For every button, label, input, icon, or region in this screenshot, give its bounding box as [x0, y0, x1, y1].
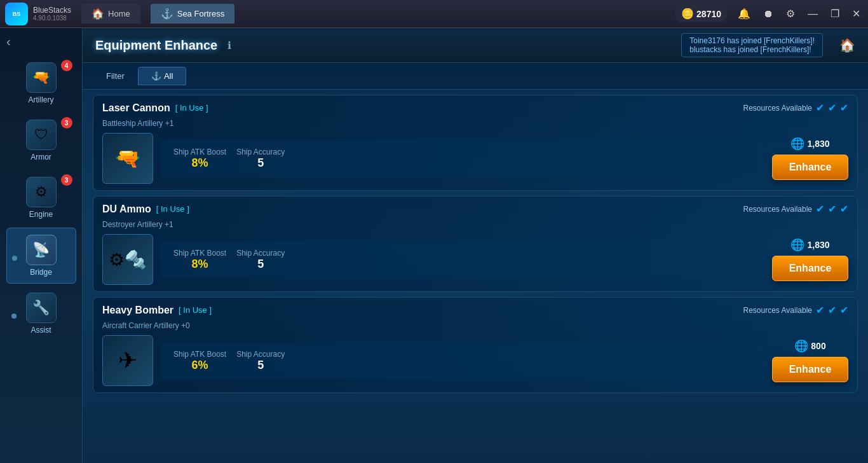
bridge-dot [12, 256, 17, 261]
heavy-bomber-subname: Aircraft Carrier Artillery +0 [102, 321, 848, 330]
engine-label: Engine [29, 210, 53, 219]
heavy-bomber-body: ✈ Ship ATK Boost 6% Ship Accuracy 5 [102, 335, 848, 386]
laser-cannon-stats: Ship ATK Boost 8% Ship Accuracy 5 [161, 140, 764, 177]
content-header: Equipment Enhance ℹ Toine3176 has joined… [83, 28, 868, 63]
title-bar: BS BlueStacks 4.90.0.1038 🏠 Home ⚓ Sea F… [0, 0, 868, 28]
laser-cannon-atk-value: 8% [192, 156, 208, 170]
heavy-bomber-atk-value: 6% [192, 359, 208, 372]
sidebar-item-artillery[interactable]: 🔫 Artillery 4 [6, 56, 76, 111]
info-icon[interactable]: ℹ [227, 39, 231, 52]
assist-dot [11, 314, 17, 319]
laser-cannon-stat-acc: Ship Accuracy 5 [236, 148, 285, 170]
all-tab-label: All [164, 71, 173, 81]
laser-cannon-cost-area: 🌐 1,830 Enhance [772, 137, 848, 180]
laser-cannon-cost: 🌐 1,830 [790, 137, 829, 151]
assist-label: Assist [31, 326, 51, 335]
heavy-bomber-stat-atk: Ship ATK Boost 6% [173, 350, 226, 372]
back-button[interactable]: ‹ [6, 34, 11, 49]
engine-badge: 3 [61, 174, 72, 186]
laser-cannon-enhance-btn[interactable]: Enhance [772, 155, 848, 180]
heavy-bomber-stats: Ship ATK Boost 6% Ship Accuracy 5 [161, 342, 764, 380]
heavy-bomber-resources: Resources Available ✔ ✔ ✔ [743, 304, 848, 316]
laser-cannon-name: Laser Cannon [102, 102, 170, 114]
equipment-list: Laser Cannon [ In Use ] Resources Availa… [83, 90, 868, 463]
minimize-btn[interactable]: — [805, 6, 820, 22]
heavy-bomber-name: Heavy Bomber [102, 305, 173, 316]
title-bar-right: 🪙 28710 🔔 ⏺ ⚙ — ❐ ✕ [675, 5, 863, 22]
heavy-bomber-atk-label: Ship ATK Boost [173, 350, 226, 359]
record-btn[interactable]: ⏺ [761, 6, 776, 22]
laser-cannon-body: 🔫 Ship ATK Boost 8% Ship Accuracy 5 [102, 133, 848, 184]
check3-1: ✔ [816, 304, 824, 316]
filter-tab-filter[interactable]: Filter [93, 67, 138, 85]
du-ammo-stats: Ship ATK Boost 8% Ship Accuracy 5 [161, 241, 764, 279]
du-ammo-stat-atk: Ship ATK Boost 8% [173, 249, 226, 271]
app-name-group: BlueStacks 4.90.0.1038 [33, 6, 71, 22]
all-icon: ⚓ [151, 71, 161, 81]
app-name: BlueStacks [33, 6, 71, 15]
du-ammo-header: DU Ammo [ In Use ] Resources Available ✔… [102, 203, 848, 215]
du-ammo-resources: Resources Available ✔ ✔ ✔ [743, 203, 848, 215]
du-ammo-cost-value: 1,830 [807, 240, 829, 250]
laser-cannon-in-use: [ In Use ] [175, 103, 208, 113]
heavy-bomber-image: ✈ [102, 335, 153, 386]
laser-cannon-image: 🔫 [102, 133, 153, 184]
check1-2: ✔ [828, 102, 836, 114]
title-bar-left: BS BlueStacks 4.90.0.1038 🏠 Home ⚓ Sea F… [5, 3, 234, 25]
laser-cannon-atk-label: Ship ATK Boost [173, 148, 226, 156]
engine-icon: ⚙ [26, 177, 57, 207]
heavy-bomber-in-use: [ In Use ] [179, 305, 212, 315]
close-btn[interactable]: ✕ [850, 5, 863, 22]
resources-available-label-3: Resources Available [743, 306, 812, 315]
du-ammo-atk-label: Ship ATK Boost [173, 249, 226, 258]
du-ammo-atk-value: 8% [192, 258, 208, 271]
du-ammo-name: DU Ammo [102, 204, 151, 215]
coin-icon: 🪙 [681, 8, 694, 20]
tab-home-label: Home [108, 9, 130, 18]
check1-1: ✔ [816, 102, 824, 114]
sidebar-item-bridge[interactable]: 📡 Bridge [6, 228, 76, 284]
home-tab-icon: 🏠 [92, 8, 104, 20]
sidebar-item-engine[interactable]: ⚙ Engine 3 [6, 170, 76, 225]
heavy-bomber-header: Heavy Bomber [ In Use ] Resources Availa… [102, 304, 848, 316]
bridge-label: Bridge [30, 268, 52, 277]
du-ammo-acc-value: 5 [257, 258, 264, 271]
coin-display: 🪙 28710 [675, 5, 728, 22]
du-ammo-body: ⚙🔩 Ship ATK Boost 8% Ship Accuracy 5 [102, 234, 848, 285]
tab-sea-fortress[interactable]: ⚓ Sea Fortress [151, 4, 234, 24]
sidebar-item-assist[interactable]: 🔧 Assist [6, 286, 76, 341]
filter-tab-all[interactable]: ⚓ All [138, 67, 186, 85]
sidebar-item-armor[interactable]: 🛡 Armor 3 [6, 113, 76, 168]
resources-available-label-1: Resources Available [743, 104, 812, 113]
check2-3: ✔ [840, 203, 848, 215]
content-area: Equipment Enhance ℹ Toine3176 has joined… [83, 28, 868, 463]
du-ammo-image: ⚙🔩 [102, 234, 153, 285]
laser-cannon-acc-value: 5 [257, 156, 264, 170]
check3-3: ✔ [840, 304, 848, 316]
check3-2: ✔ [828, 304, 836, 316]
armor-icon: 🛡 [26, 120, 57, 150]
tab-home[interactable]: 🏠 Home [81, 4, 140, 24]
home-icon[interactable]: 🏠 [839, 38, 855, 53]
notification-btn[interactable]: 🔔 [735, 5, 753, 22]
armor-label: Armor [31, 153, 51, 162]
globe-icon-3: 🌐 [794, 339, 808, 353]
laser-cannon-header: Laser Cannon [ In Use ] Resources Availa… [102, 102, 848, 114]
du-ammo-enhance-btn[interactable]: Enhance [772, 256, 848, 281]
resources-available-label-2: Resources Available [743, 205, 812, 214]
restore-btn[interactable]: ❐ [828, 5, 842, 22]
heavy-bomber-stat-acc: Ship Accuracy 5 [236, 350, 285, 372]
sea-fortress-tab-icon: ⚓ [161, 8, 173, 20]
settings-btn[interactable]: ⚙ [783, 5, 797, 22]
heavy-bomber-enhance-btn[interactable]: Enhance [772, 357, 848, 382]
laser-cannon-cost-value: 1,830 [807, 139, 829, 149]
artillery-badge: 4 [61, 60, 72, 71]
filter-tab-label: Filter [106, 71, 125, 81]
laser-cannon-stat-atk: Ship ATK Boost 8% [173, 148, 226, 170]
equipment-card-heavy-bomber: Heavy Bomber [ In Use ] Resources Availa… [93, 297, 858, 393]
du-ammo-cost-area: 🌐 1,830 Enhance [772, 238, 848, 281]
artillery-label: Artillery [28, 95, 53, 104]
artillery-icon: 🔫 [26, 62, 57, 93]
notification-box: Toine3176 has joined [FrenchKillers]! bl… [681, 33, 823, 57]
notification-line2: blustacks has joined [FrenchKillers]! [689, 45, 815, 54]
